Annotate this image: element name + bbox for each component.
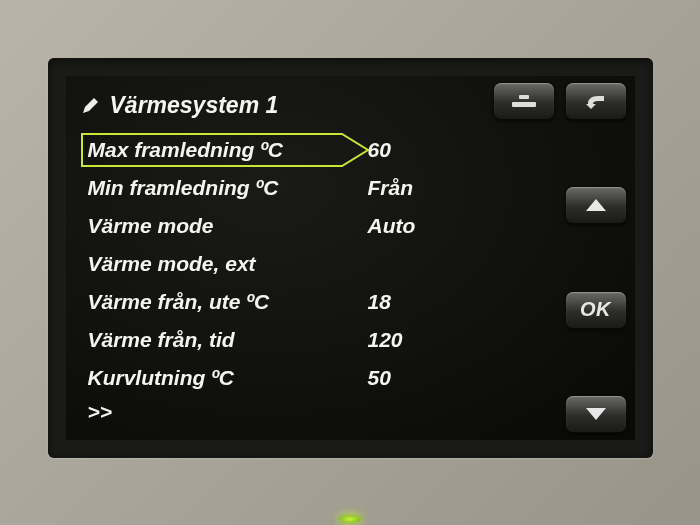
help-icon [510,90,538,112]
setting-value: 120 [368,328,403,352]
setting-value: 18 [368,290,391,314]
up-button[interactable] [565,186,627,224]
help-button[interactable] [493,82,555,120]
power-led [338,515,362,523]
setting-value: Från [368,176,414,200]
top-button-row [487,82,627,120]
setting-value: Auto [368,214,416,238]
ok-label: OK [580,298,611,321]
lcd-screen: Värmesystem 1 Max framledning ºC 60 Min … [66,76,635,440]
ok-button[interactable]: OK [565,291,627,329]
ok-button-row: OK [487,291,627,329]
arrow-down-icon [582,403,610,425]
setting-value: 50 [368,366,391,390]
setting-label: Värme mode [88,214,368,238]
hardware-buttons: OK [487,82,627,434]
setting-label: Min framledning ºC [88,176,368,200]
svg-rect-1 [512,102,536,107]
setting-value: 60 [368,138,391,162]
setting-label: Värme från, tid [88,328,368,352]
back-icon [582,90,610,112]
svg-rect-0 [519,95,529,99]
down-button-row [487,395,627,433]
setting-label: Max framledning ºC [88,138,368,162]
down-button[interactable] [565,395,627,433]
setting-label: Kurvlutning ºC [88,366,368,390]
device-bezel: Värmesystem 1 Max framledning ºC 60 Min … [48,58,653,458]
setting-label: Värme från, ute ºC [88,290,368,314]
edit-icon [80,96,100,116]
arrow-up-icon [582,194,610,216]
setting-label: Värme mode, ext [88,252,368,276]
up-button-row [487,186,627,224]
back-button[interactable] [565,82,627,120]
